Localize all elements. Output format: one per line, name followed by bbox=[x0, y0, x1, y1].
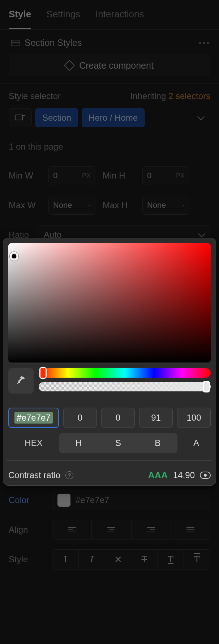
text-style-label: Style bbox=[9, 554, 45, 564]
contrast-rating: AAA bbox=[148, 470, 168, 480]
sv-thumb[interactable] bbox=[10, 252, 18, 261]
mode-h-button[interactable]: H bbox=[59, 433, 98, 453]
b-input[interactable]: 91 bbox=[139, 408, 173, 428]
align-right-icon bbox=[147, 527, 155, 533]
text-strike-button[interactable]: T bbox=[131, 550, 157, 569]
contrast-ratio-label: Contrast ratio bbox=[8, 470, 60, 480]
text-overline-button[interactable]: T bbox=[184, 550, 210, 569]
text-none-button[interactable]: ✕ bbox=[105, 550, 131, 569]
create-component-label: Create component bbox=[79, 60, 154, 71]
hue-slider[interactable] bbox=[39, 368, 211, 378]
text-underline-icon: T bbox=[168, 554, 173, 565]
text-none-icon: ✕ bbox=[114, 554, 122, 565]
color-field[interactable]: #e7e7e7 bbox=[52, 490, 210, 510]
color-value: #e7e7e7 bbox=[76, 495, 109, 505]
tab-interactions[interactable]: Interactions bbox=[95, 9, 144, 29]
a-input[interactable]: 100 bbox=[177, 408, 211, 428]
text-italic-icon: I bbox=[90, 554, 93, 565]
min-h-input[interactable]: 0PX bbox=[142, 166, 189, 185]
align-justify-button[interactable] bbox=[171, 520, 210, 540]
max-w-input[interactable]: None- bbox=[48, 196, 95, 215]
chevron-down-icon bbox=[197, 113, 205, 120]
text-italic-button[interactable]: I bbox=[78, 550, 105, 569]
on-page-count: 1 on this page bbox=[0, 136, 219, 152]
mode-b-button[interactable]: B bbox=[138, 433, 177, 453]
tab-settings[interactable]: Settings bbox=[46, 9, 80, 29]
help-icon[interactable]: ? bbox=[65, 471, 73, 479]
svg-text:*: * bbox=[23, 114, 25, 116]
hex-input[interactable]: #e7e7e7 bbox=[8, 408, 59, 428]
eye-icon[interactable] bbox=[200, 472, 211, 479]
text-strike-icon: T bbox=[141, 554, 147, 565]
align-label: Align bbox=[9, 525, 45, 535]
chevron-down-icon bbox=[198, 230, 205, 237]
min-w-label: Min W bbox=[9, 171, 41, 181]
section-title: Section Styles bbox=[25, 38, 82, 48]
align-left-icon bbox=[68, 527, 76, 533]
component-icon bbox=[64, 60, 75, 71]
breakpoint-icon: * bbox=[15, 114, 26, 122]
tab-style[interactable]: Style bbox=[9, 9, 31, 29]
color-swatch bbox=[57, 494, 70, 507]
h-input[interactable]: 0 bbox=[63, 408, 97, 428]
breakpoint-button[interactable]: * bbox=[9, 108, 32, 127]
more-icon[interactable]: ••• bbox=[199, 38, 210, 48]
max-h-label: Max H bbox=[103, 200, 135, 210]
color-label: Color bbox=[9, 495, 45, 505]
inheriting-count: 2 selectors bbox=[168, 91, 210, 101]
s-input[interactable]: 0 bbox=[101, 408, 135, 428]
text-regular-button[interactable]: I bbox=[52, 550, 78, 569]
saturation-value-field[interactable] bbox=[8, 243, 211, 362]
min-h-label: Min H bbox=[103, 171, 135, 181]
min-w-input[interactable]: 0PX bbox=[48, 166, 95, 185]
align-center-icon bbox=[107, 527, 115, 533]
alpha-slider[interactable] bbox=[39, 382, 211, 391]
selector-chip-hero-home[interactable]: Hero / Home bbox=[82, 108, 145, 127]
mode-hsb-segment: H S B bbox=[59, 433, 177, 453]
align-toggle bbox=[52, 520, 210, 540]
mode-a-button[interactable]: A bbox=[182, 438, 211, 448]
mode-s-button[interactable]: S bbox=[98, 433, 138, 453]
mode-hex-button[interactable]: HEX bbox=[8, 438, 59, 448]
text-regular-icon: I bbox=[64, 554, 67, 565]
inheriting-label: Inheriting 2 selectors bbox=[130, 91, 210, 101]
contrast-score: 14.90 bbox=[173, 470, 195, 480]
eyedropper-button[interactable] bbox=[8, 368, 34, 394]
text-underline-button[interactable]: T bbox=[157, 550, 184, 569]
align-justify-icon bbox=[186, 527, 194, 533]
section-icon bbox=[11, 40, 20, 46]
align-right-button[interactable] bbox=[131, 520, 171, 540]
alpha-thumb[interactable] bbox=[203, 381, 210, 392]
selector-dropdown-button[interactable] bbox=[192, 108, 210, 127]
create-component-button[interactable]: Create component bbox=[9, 55, 210, 76]
color-picker-popover: #e7e7e7 0 0 91 100 HEX H S B A Contrast … bbox=[3, 238, 216, 486]
align-left-button[interactable] bbox=[52, 520, 91, 540]
eyedropper-icon bbox=[16, 376, 26, 386]
svg-rect-0 bbox=[15, 115, 22, 120]
hue-thumb[interactable] bbox=[39, 367, 47, 379]
text-overline-icon: T bbox=[194, 554, 200, 565]
text-style-toggle: I I ✕ T T T bbox=[52, 549, 210, 570]
selector-chip-section[interactable]: Section bbox=[35, 108, 78, 127]
align-center-button[interactable] bbox=[91, 520, 131, 540]
max-h-input[interactable]: None- bbox=[142, 196, 189, 215]
max-w-label: Max W bbox=[9, 200, 41, 210]
style-selector-label: Style selector bbox=[9, 91, 61, 101]
